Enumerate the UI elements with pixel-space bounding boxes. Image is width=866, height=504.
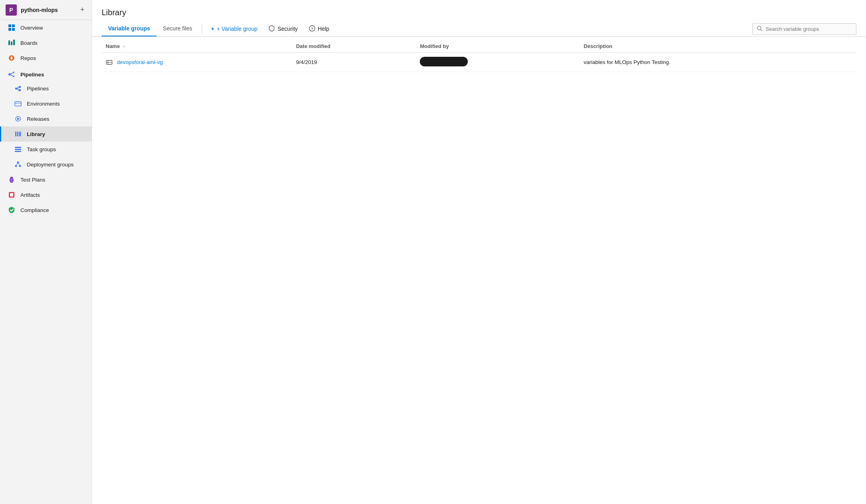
artifacts-icon (8, 191, 16, 199)
cell-date-modified: 9/4/2019 (292, 53, 416, 72)
cell-name: devopsforai-aml-vg (102, 53, 292, 72)
security-button[interactable]: Security (266, 24, 300, 34)
sidebar-item-label: Pipelines (20, 72, 44, 78)
search-input[interactable] (766, 26, 852, 32)
sidebar-item-label: Artifacts (20, 192, 40, 198)
svg-point-37 (10, 178, 13, 182)
sidebar-item-deployment-groups[interactable]: Deployment groups (0, 157, 92, 172)
sidebar-item-test-plans[interactable]: Test Plans (0, 172, 92, 187)
sidebar-item-repos[interactable]: Repos (0, 50, 92, 66)
svg-rect-3 (12, 28, 15, 31)
help-icon: ? (309, 25, 315, 33)
search-box[interactable] (752, 23, 856, 35)
table-row[interactable]: devopsforai-aml-vg 9/4/2019 variables fo… (102, 53, 856, 72)
sidebar-header: P python-mlops + (0, 0, 92, 20)
security-icon (269, 25, 275, 33)
sidebar-item-environments[interactable]: Environments (0, 96, 92, 111)
project-avatar: P (6, 4, 17, 16)
svg-rect-25 (15, 132, 16, 136)
pipelines-header-icon (8, 70, 16, 78)
svg-rect-1 (12, 24, 15, 27)
tab-divider (202, 24, 202, 34)
sidebar-item-label: Pipelines (27, 86, 49, 92)
environments-icon (14, 100, 22, 108)
svg-point-32 (15, 165, 17, 167)
col-description[interactable]: Description (580, 40, 856, 53)
sidebar-item-overview[interactable]: Overview (0, 20, 92, 35)
add-project-button[interactable]: + (78, 5, 86, 15)
svg-line-11 (11, 73, 13, 74)
col-date-modified[interactable]: Date modified (292, 40, 416, 53)
svg-point-9 (13, 72, 14, 73)
svg-rect-6 (13, 40, 15, 45)
overview-icon (8, 24, 16, 32)
plus-icon: + (211, 26, 214, 32)
col-name[interactable]: Name ↑ (102, 40, 292, 53)
page-title: Library (92, 0, 866, 21)
main-content: Library Variable groups Secure files + +… (92, 0, 866, 504)
svg-rect-15 (19, 89, 21, 91)
svg-rect-20 (15, 102, 21, 106)
task-groups-icon (14, 145, 22, 153)
sidebar-item-task-groups[interactable]: Task groups (0, 142, 92, 157)
sidebar-item-label: Boards (20, 40, 38, 46)
svg-line-35 (18, 164, 20, 165)
tab-secure-files[interactable]: Secure files (156, 21, 198, 36)
toolbar-actions: + + Variable group Security ? (208, 24, 332, 34)
sidebar-item-compliance[interactable]: Compliance (0, 202, 92, 218)
svg-point-33 (19, 165, 21, 167)
sidebar-item-label: Compliance (20, 207, 49, 213)
svg-rect-13 (15, 88, 17, 90)
svg-rect-14 (19, 86, 21, 88)
tab-variable-groups[interactable]: Variable groups (102, 21, 156, 36)
svg-point-31 (17, 162, 19, 164)
security-label: Security (277, 26, 298, 32)
svg-line-34 (16, 164, 18, 165)
deployment-groups-icon (14, 160, 22, 168)
svg-rect-0 (8, 24, 11, 27)
sidebar-item-boards[interactable]: Boards (0, 35, 92, 50)
sidebar-item-releases[interactable]: Releases (0, 111, 92, 126)
pipelines-sub-icon (14, 84, 22, 92)
repos-icon (8, 54, 16, 62)
svg-rect-30 (15, 151, 21, 152)
sidebar-item-label: Deployment groups (27, 162, 74, 168)
svg-text:?: ? (311, 27, 313, 31)
sidebar-item-pipelines-header[interactable]: Pipelines (0, 66, 92, 81)
search-icon (757, 26, 762, 32)
library-icon (14, 130, 22, 138)
add-variable-group-button[interactable]: + + Variable group (208, 24, 260, 34)
test-plans-icon (8, 176, 16, 184)
svg-rect-5 (11, 42, 12, 45)
sidebar-item-artifacts[interactable]: Artifacts (0, 187, 92, 202)
cell-modified-by (416, 53, 579, 72)
svg-rect-28 (15, 147, 21, 148)
svg-point-10 (13, 76, 14, 77)
variable-groups-table: Name ↑ Date modified Modified by Descrip… (102, 40, 856, 72)
svg-rect-26 (17, 132, 18, 136)
table-area: Name ↑ Date modified Modified by Descrip… (92, 37, 866, 72)
boards-icon (8, 39, 16, 47)
sort-asc-icon: ↑ (123, 44, 125, 49)
svg-rect-38 (10, 177, 13, 178)
sidebar-item-label: Task groups (27, 146, 56, 152)
svg-rect-2 (8, 28, 11, 31)
svg-line-12 (11, 75, 13, 76)
sidebar-item-label: Releases (27, 116, 49, 122)
sidebar-item-pipelines[interactable]: Pipelines (0, 81, 92, 96)
tabs-bar: Variable groups Secure files + + Variabl… (92, 21, 866, 37)
releases-icon (14, 115, 22, 123)
sidebar: P python-mlops + Overview Boards (0, 0, 92, 504)
svg-rect-4 (8, 40, 10, 45)
sidebar-item-library[interactable]: Library (0, 126, 92, 142)
row-name[interactable]: devopsforai-aml-vg (117, 59, 163, 65)
sidebar-item-label: Library (27, 131, 45, 137)
col-modified-by[interactable]: Modified by (416, 40, 579, 53)
svg-rect-27 (19, 132, 21, 136)
svg-rect-29 (15, 149, 21, 150)
svg-line-44 (761, 29, 762, 31)
compliance-icon (8, 206, 16, 214)
help-button[interactable]: ? Help (307, 24, 332, 34)
add-variable-group-label: + Variable group (216, 26, 257, 32)
sidebar-item-label: Environments (27, 101, 60, 107)
